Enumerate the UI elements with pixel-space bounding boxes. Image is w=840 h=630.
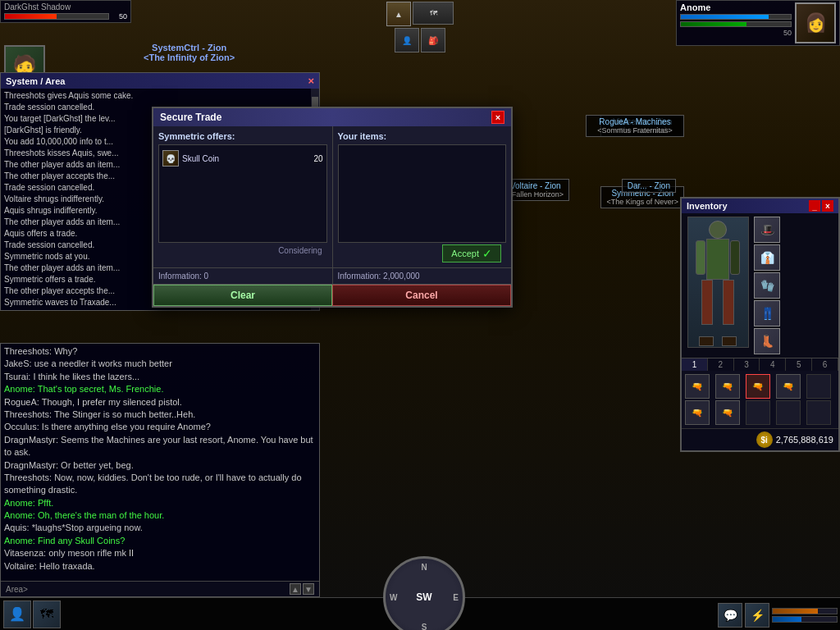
inv-cell-9[interactable] xyxy=(776,400,801,425)
compass: N S E W SW xyxy=(383,556,465,630)
player-name-left: DarkGhst Shadow xyxy=(4,2,127,11)
trade-info-right: Information: 2,000,000 xyxy=(333,268,512,284)
inv-cell-8[interactable] xyxy=(746,400,770,425)
bottom-icon-skill[interactable]: ⚡ xyxy=(745,603,769,628)
lower-chat-panel: Threeshots: Why? JakeS: use a needler it… xyxy=(0,343,320,597)
chat-lower-line: Anome: Oh, there's the man of the hour. xyxy=(4,509,316,522)
chat-lower-line: Voltaire: Glad to see you. xyxy=(4,573,316,573)
inventory-title-bar: Inventory _ × xyxy=(682,199,838,213)
chat-scroll-up[interactable]: ▲ xyxy=(290,583,301,595)
inventory-min-btn[interactable]: _ xyxy=(809,200,820,212)
inventory-body: 🎩 👔 🧤 👖 👢 xyxy=(682,213,838,358)
inv-cell-6[interactable]: 🔫 xyxy=(685,400,710,425)
system-ctrl-label: SystemCtrl - Zion <The Infinity of Zion> xyxy=(144,43,235,62)
chat-lower-line: Voltaire: Hello traxada. xyxy=(4,560,316,573)
nav-btn-inv[interactable]: 🎒 xyxy=(421,28,445,52)
inv-cell-1[interactable]: 🔫 xyxy=(685,374,710,399)
inv-cell-5[interactable] xyxy=(806,374,831,399)
compass-container: N S E W SW xyxy=(383,556,457,630)
chat-lower-line: Occulus: Is there anything else you requ… xyxy=(4,421,316,433)
trade-left-title: Symmetric offers: xyxy=(158,131,327,141)
inventory-title: Inventory xyxy=(687,201,728,211)
trade-accept-row: Accept ✓ xyxy=(338,243,507,262)
equip-slot-feet[interactable]: 👢 xyxy=(754,328,780,354)
xp-fill xyxy=(773,609,818,614)
inv-cell-2[interactable]: 🔫 xyxy=(715,374,740,399)
health-num-left: 50 xyxy=(111,12,127,21)
trade-buttons: Clear Cancel xyxy=(153,284,511,306)
player-info-left: DarkGhst Shadow 50 xyxy=(0,0,131,23)
chat-lower-line: Anome: That's top secret, Ms. Frenchie. xyxy=(4,383,316,395)
chat-scroll-down[interactable]: ▼ xyxy=(303,583,314,595)
chat-lower-line: DragnMastyr: Seems the Machines are your… xyxy=(4,434,316,459)
inv-tab-3[interactable]: 3 xyxy=(734,358,760,371)
trade-item-name: Skull Coin xyxy=(182,154,219,163)
inv-cell-4[interactable]: 🔫 xyxy=(776,374,801,399)
center-nav: ▲ 🗺 👤 🎒 xyxy=(386,0,454,52)
health-bar-left xyxy=(4,13,109,20)
info-fill xyxy=(773,617,801,622)
chat-lower-line: RogueA: Though, I prefer my silenced pis… xyxy=(4,396,316,409)
bottom-xp-area xyxy=(772,608,838,623)
chat-lower-content: Threeshots: Why? JakeS: use a needler it… xyxy=(1,344,319,573)
nav-btn-1[interactable]: ▲ xyxy=(386,2,411,26)
compass-w: W xyxy=(390,593,397,602)
hud-icon-char[interactable]: 👤 xyxy=(3,600,31,628)
chat-title-bar: System / Area × xyxy=(1,73,319,89)
inv-tab-6[interactable]: 6 xyxy=(812,358,838,371)
char-model-display xyxy=(687,217,749,348)
inv-cell-3[interactable]: 🔫 xyxy=(746,374,770,399)
equip-slot-head[interactable]: 🎩 xyxy=(754,217,780,243)
chat-lower-line: Vitasenza: only meson rifle mk II xyxy=(4,547,316,559)
nav-btn-map[interactable]: 🗺 xyxy=(413,2,454,25)
secure-trade-window: Secure Trade × Symmetric offers: 💀 Skull… xyxy=(152,107,513,308)
chat-input-area[interactable]: Area> ▲ ▼ xyxy=(1,581,319,596)
chat-lower-line: Threeshots: Why? xyxy=(4,345,316,358)
hud-icon-map[interactable]: 🗺 xyxy=(33,600,61,628)
nav-btn-char[interactable]: 👤 xyxy=(395,28,419,52)
chat-close-btn[interactable]: × xyxy=(308,75,314,87)
trade-item-qty: 20 xyxy=(313,154,322,163)
trade-side-left: Symmetric offers: 💀 Skull Coin 20 Consid… xyxy=(153,126,333,267)
bottom-hud: 👤 🗺 N S E W SW 💬 ⚡ xyxy=(0,597,840,630)
inv-cell-7[interactable]: 🔫 xyxy=(715,400,740,425)
info-bar xyxy=(772,616,838,623)
trade-accept-btn[interactable]: Accept ✓ xyxy=(442,244,501,262)
inv-cell-10[interactable] xyxy=(806,400,831,425)
ncash-bar-right xyxy=(680,21,792,27)
compass-n: N xyxy=(421,563,427,572)
trade-close-btn[interactable]: × xyxy=(491,111,504,124)
bottom-icon-chat[interactable]: 💬 xyxy=(718,603,742,628)
money-icon: $i xyxy=(756,431,773,448)
avatar-right: 👩 xyxy=(795,2,836,43)
player-name-right: Anome xyxy=(680,2,792,12)
inv-tab-2[interactable]: 2 xyxy=(708,358,734,371)
inv-tab-5[interactable]: 5 xyxy=(786,358,812,371)
compass-sw-indicator: SW xyxy=(416,591,431,603)
inventory-money: $i 2,765,888,619 xyxy=(682,428,838,450)
trade-clear-btn[interactable]: Clear xyxy=(153,285,332,306)
trade-considering: Considering xyxy=(158,243,327,258)
trade-cancel-btn[interactable]: Cancel xyxy=(332,285,511,306)
equip-slot-legs[interactable]: 👖 xyxy=(754,300,780,326)
compass-s: S xyxy=(422,623,427,630)
inventory-tabs: 1 2 3 4 5 6 xyxy=(682,358,838,371)
right-stats: Anome 50 xyxy=(680,2,792,37)
equip-slot-hands[interactable]: 🧤 xyxy=(754,272,780,299)
inv-tab-1[interactable]: 1 xyxy=(682,358,708,371)
trade-info-left: Information: 0 xyxy=(153,268,333,284)
character-model xyxy=(685,217,751,354)
inventory-close-btn[interactable]: × xyxy=(822,200,833,212)
compass-e: E xyxy=(453,593,459,602)
player-tag-dar: Dar... - Zion xyxy=(622,179,676,193)
inventory-panel: Inventory _ × xyxy=(680,197,840,452)
trade-items-right xyxy=(338,144,507,243)
inv-tab-4[interactable]: 4 xyxy=(760,358,786,371)
equipment-slots: 🎩 👔 🧤 👖 👢 xyxy=(754,217,780,354)
trade-item-skull-coin: 💀 Skull Coin 20 xyxy=(162,148,323,168)
trade-title-text: Secure Trade xyxy=(160,112,221,123)
health-bar-right xyxy=(680,14,792,20)
equip-slot-chest[interactable]: 👔 xyxy=(754,244,780,271)
chat-lower-line: DragnMastyr: Or better yet, beg. xyxy=(4,459,316,472)
chat-line: Threeshots gives Aquis some cake. xyxy=(4,90,316,102)
